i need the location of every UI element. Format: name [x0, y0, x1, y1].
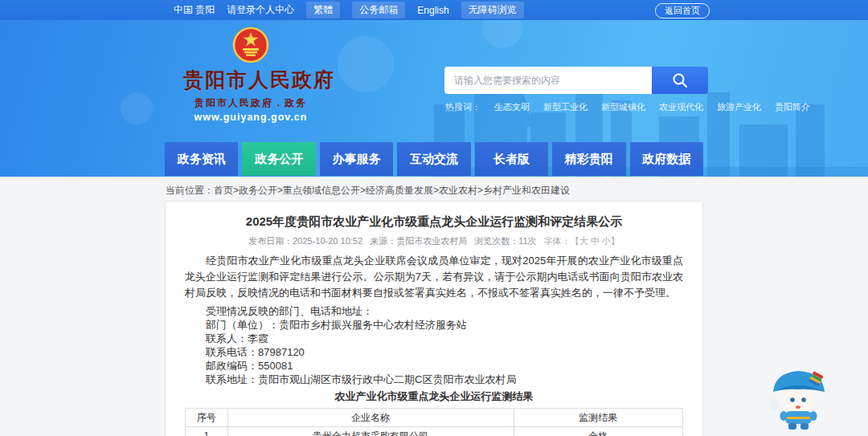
link-login-personal-center[interactable]: 请登录个人中心	[227, 3, 294, 17]
publish-date: 发布日期：2025-10-20 10:52	[248, 236, 362, 246]
article-body: 经贵阳市农业产业化市级重点龙头企业联席会议成员单位审定，现对2025年开展的农业…	[185, 253, 683, 386]
cell-result: 合格	[514, 427, 682, 436]
hot-search-words: 热搜词： 生态文明 新型工业化 新型城镇化 农业现代化 旅游产业化 贵阳简介	[445, 101, 810, 113]
hot-word-link[interactable]: 生态文明	[494, 101, 530, 113]
article-content-box: 2025年度贵阳市农业产业化市级重点龙头企业运行监测和评定结果公示 发布日期：2…	[165, 201, 703, 436]
table-caption: 农业产业化市级重点龙头企业运行监测结果	[185, 389, 683, 404]
monitoring-result-table: 序号 企业名称 监测结果 1 贵州合力超市采购有限公司 合格 2 贵州友禾种业有…	[185, 408, 683, 436]
view-count: 浏览次数：11次	[474, 236, 536, 246]
postal-code: 邮政编码：550081	[185, 359, 683, 373]
hot-word-link[interactable]: 农业现代化	[659, 101, 703, 113]
link-official-mail[interactable]: 公务邮箱	[352, 2, 405, 18]
contact-person: 联系人：李霞	[185, 332, 683, 345]
page: 中国 贵阳 请登录个人中心 繁體 公务邮箱 English 无障碍浏览 返回首页	[0, 0, 868, 436]
banner-bokeh	[121, 92, 153, 124]
nav-item-hudong-jiaoliu[interactable]: 互动交流	[397, 142, 470, 176]
search-input[interactable]	[444, 67, 652, 94]
national-emblem-icon	[231, 26, 270, 64]
breadcrumb-label: 当前位置：	[166, 185, 214, 196]
nav-item-zhengwu-gongkai[interactable]: 政务公开	[242, 142, 315, 176]
col-header-result: 监测结果	[514, 409, 682, 427]
search-icon	[671, 71, 689, 89]
breadcrumb: 当前位置：首页>政务公开>重点领域信息公开>经济高质量发展>农业农村>乡村产业和…	[166, 184, 570, 198]
nav-item-zhengfu-shuju[interactable]: 政府数据	[630, 142, 703, 176]
article-paragraph: 受理情况反映的部门、电话和地址：	[185, 304, 683, 318]
cell-index: 1	[186, 427, 228, 436]
hot-word-link[interactable]: 新型工业化	[543, 101, 588, 113]
nav-item-jingcai-guiyang[interactable]: 精彩贵阳	[552, 142, 625, 176]
site-banner: 贵阳市人民政府 贵阳市人民政府．政务 www.guiyang.gov.cn 热搜…	[0, 20, 868, 177]
hot-word-link[interactable]: 新型城镇化	[601, 101, 645, 113]
site-logo-block: 贵阳市人民政府 贵阳市人民政府．政务 www.guiyang.gov.cn	[183, 26, 318, 123]
site-url: www.guiyang.gov.cn	[183, 112, 318, 123]
article-paragraph: 经贵阳市农业产业化市级重点龙头企业联席会议成员单位审定，现对2025年开展的农业…	[185, 253, 683, 301]
banner-bokeh	[338, 36, 394, 92]
nav-item-banshi-fuwu[interactable]: 办事服务	[320, 142, 393, 176]
table-row: 1 贵州合力超市采购有限公司 合格	[186, 427, 683, 436]
font-size-controls[interactable]: 字体：【大 中 小】	[544, 236, 620, 246]
banner-bokeh	[482, 20, 522, 48]
return-home-button[interactable]: 返回首页	[655, 3, 710, 18]
hot-word-link[interactable]: 贵阳简介	[775, 101, 810, 113]
site-subtitle: 贵阳市人民政府．政务	[183, 96, 318, 110]
mascot-icon	[764, 363, 834, 431]
breadcrumb-path[interactable]: 首页>政务公开>重点领域信息公开>经济高质量发展>农业农村>乡村产业和农田建设	[214, 185, 570, 196]
article-meta: 发布日期：2025-10-20 10:52 来源：贵阳市农业农村局 浏览次数：1…	[185, 235, 683, 247]
hot-word-link[interactable]: 旅游产业化	[717, 101, 761, 113]
nav-item-zhengwu-zixun[interactable]: 政务资讯	[165, 142, 238, 176]
mascot-assistant[interactable]	[764, 363, 834, 434]
hot-search-label: 热搜词：	[445, 101, 481, 113]
article-title: 2025年度贵阳市农业产业化市级重点龙头企业运行监测和评定结果公示	[185, 214, 683, 229]
site-title: 贵阳市人民政府	[183, 67, 318, 93]
table-header-row: 序号 企业名称 监测结果	[186, 409, 683, 427]
search-bar	[444, 67, 708, 94]
contact-address: 联系地址：贵阳市观山湖区市级行政中心二期C区贵阳市农业农村局	[185, 373, 683, 386]
top-utility-bar: 中国 贵阳 请登录个人中心 繁體 公务邮箱 English 无障碍浏览 返回首页	[0, 0, 868, 20]
contact-phone: 联系电话：87987120	[185, 345, 683, 359]
contact-department: 部门（单位）：贵阳市乡村振兴服务中心农村经济服务站	[185, 318, 683, 332]
col-header-company: 企业名称	[227, 409, 514, 427]
cell-company: 贵州合力超市采购有限公司	[227, 427, 514, 436]
topbar-links: 中国 贵阳 请登录个人中心 繁體 公务邮箱 English 无障碍浏览	[0, 2, 524, 18]
main-navigation: 政务资讯 政务公开 办事服务 互动交流 长者版 精彩贵阳 政府数据	[165, 142, 703, 176]
article-source: 来源：贵阳市农业农村局	[370, 236, 467, 246]
link-english[interactable]: English	[417, 5, 448, 16]
nav-item-zhangzheban[interactable]: 长者版	[475, 142, 548, 176]
search-button[interactable]	[652, 67, 708, 94]
col-header-index: 序号	[186, 409, 228, 427]
link-china-guiyang[interactable]: 中国 贵阳	[174, 3, 215, 17]
link-traditional-chinese[interactable]: 繁體	[306, 2, 340, 18]
link-accessibility[interactable]: 无障碍浏览	[461, 2, 524, 18]
